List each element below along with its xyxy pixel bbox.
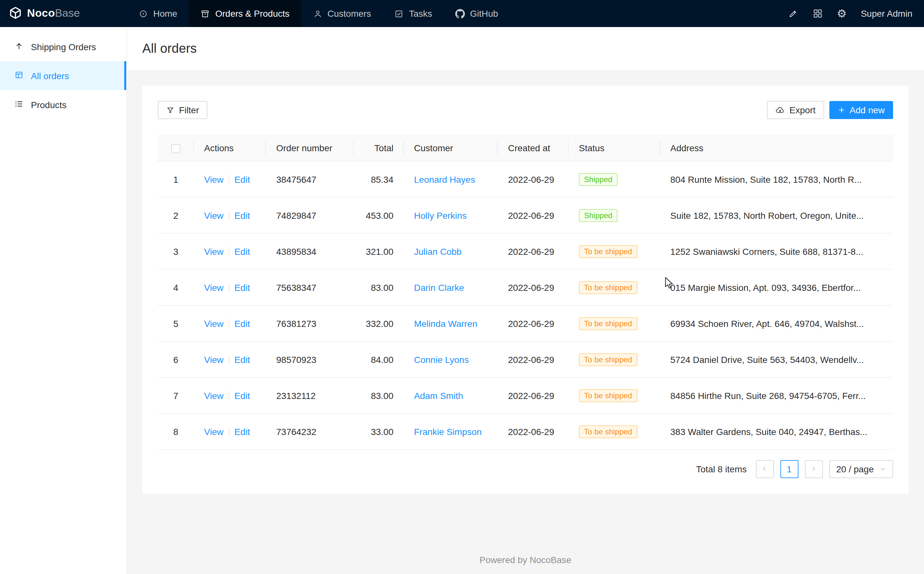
- customer-link[interactable]: Melinda Warren: [414, 318, 477, 328]
- sidebar-item-shipping-orders[interactable]: Shipping Orders: [0, 32, 126, 61]
- nav-item-orders-products[interactable]: Orders & Products: [189, 0, 301, 27]
- view-link[interactable]: View: [204, 426, 223, 437]
- export-button[interactable]: Export: [767, 101, 824, 119]
- status-badge: To be shipped: [579, 389, 637, 402]
- header-actions: Actions: [194, 142, 266, 153]
- edit-link[interactable]: Edit: [234, 354, 250, 364]
- customer-link[interactable]: Julian Cobb: [414, 246, 462, 256]
- row-actions: ViewEdit: [194, 426, 266, 437]
- edit-link[interactable]: Edit: [234, 318, 250, 328]
- view-link[interactable]: View: [204, 210, 223, 221]
- add-new-button-label: Add new: [850, 105, 885, 115]
- edit-link[interactable]: Edit: [234, 390, 250, 401]
- pagination-prev-button[interactable]: [756, 460, 774, 478]
- edit-link[interactable]: Edit: [234, 282, 250, 292]
- status-cell: Shipped: [569, 173, 660, 186]
- sidebar-item-all-orders[interactable]: All orders: [0, 61, 126, 90]
- row-actions: ViewEdit: [194, 354, 266, 364]
- nav-item-label: Customers: [327, 8, 371, 19]
- table-header-row: Actions Order number Total Customer Crea…: [158, 134, 893, 161]
- sidebar-item-products[interactable]: Products: [0, 90, 126, 119]
- sidebar: Shipping Orders All orders Products: [0, 27, 127, 574]
- row-index: 6: [158, 354, 194, 364]
- view-link[interactable]: View: [204, 354, 223, 364]
- created-at-cell: 2022-06-29: [498, 318, 569, 328]
- customer-cell: Connie Lyons: [404, 354, 498, 364]
- address-cell: 383 Walter Gardens, Suite 040, 24947, Be…: [660, 426, 893, 437]
- select-all-checkbox[interactable]: [171, 144, 180, 153]
- action-divider: [229, 391, 229, 400]
- user-menu[interactable]: Super Admin: [861, 8, 912, 19]
- page-header: All orders: [127, 27, 924, 70]
- customer-link[interactable]: Frankie Simpson: [414, 426, 482, 437]
- customer-link[interactable]: Holly Perkins: [414, 210, 466, 221]
- order-number-cell: 73764232: [266, 426, 354, 437]
- blocks-icon[interactable]: [812, 8, 823, 19]
- row-index: 7: [158, 390, 194, 401]
- customer-link[interactable]: Connie Lyons: [414, 354, 469, 364]
- settings-gear-icon[interactable]: ⚙: [837, 8, 847, 19]
- view-link[interactable]: View: [204, 174, 223, 184]
- action-divider: [229, 283, 229, 292]
- status-badge: Shipped: [579, 209, 618, 222]
- view-link[interactable]: View: [204, 282, 223, 292]
- address-cell: 84856 Hirthe Run, Suite 268, 94754-6705,…: [660, 390, 893, 401]
- order-number-cell: 43895834: [266, 246, 354, 256]
- nav-item-customers[interactable]: Customers: [301, 0, 382, 27]
- filter-button[interactable]: Filter: [158, 101, 207, 119]
- nav-item-label: Home: [153, 8, 177, 19]
- table-row: 7 ViewEdit 23132112 83.00 Adam Smith: [158, 378, 893, 414]
- edit-link[interactable]: Edit: [234, 210, 250, 221]
- tasks-icon: [394, 9, 404, 18]
- add-new-button[interactable]: Add new: [829, 101, 893, 119]
- topbar: NocoBase Home Orders & Products: [0, 0, 924, 27]
- customer-link[interactable]: Adam Smith: [414, 390, 463, 401]
- total-cell: 453.00: [354, 210, 404, 221]
- created-at-cell: 2022-06-29: [498, 246, 569, 256]
- row-index: 4: [158, 282, 194, 292]
- app: NocoBase Home Orders & Products: [0, 0, 924, 574]
- customer-cell: Adam Smith: [404, 390, 498, 401]
- view-link[interactable]: View: [204, 246, 223, 256]
- action-divider: [229, 247, 229, 256]
- plus-icon: [837, 106, 845, 114]
- customer-cell: Holly Perkins: [404, 210, 498, 221]
- address-cell: Suite 182, 15783, North Robert, Oregon, …: [660, 210, 893, 221]
- export-button-label: Export: [790, 105, 815, 115]
- page-size-value: 20 / page: [836, 464, 874, 474]
- brand[interactable]: NocoBase: [0, 0, 127, 27]
- created-at-cell: 2022-06-29: [498, 282, 569, 292]
- highlighter-icon[interactable]: [788, 8, 798, 19]
- header-total: Total: [354, 142, 404, 153]
- status-cell: To be shipped: [569, 245, 660, 258]
- total-cell: 83.00: [354, 282, 404, 292]
- customer-link[interactable]: Leonard Hayes: [414, 174, 475, 184]
- customer-cell: Darin Clarke: [404, 282, 498, 292]
- nav-item-github[interactable]: GitHub: [444, 0, 510, 27]
- table-row: 2 ViewEdit 74829847 453.00 Holly Perkins: [158, 197, 893, 233]
- row-index: 2: [158, 210, 194, 221]
- customer-link[interactable]: Darin Clarke: [414, 282, 464, 292]
- page-size-select[interactable]: 20 / page: [829, 460, 893, 478]
- page-title: All orders: [142, 41, 908, 56]
- cloud-export-icon: [775, 105, 785, 115]
- edit-link[interactable]: Edit: [234, 174, 250, 184]
- pagination-next-button[interactable]: [804, 460, 823, 478]
- brand-name-bold: Noco: [27, 7, 55, 19]
- nocobase-logo-icon: [9, 6, 22, 21]
- nav-item-home[interactable]: Home: [127, 0, 189, 27]
- table-row: 3 ViewEdit 43895834 321.00 Julian Cobb: [158, 233, 893, 270]
- sidebar-item-label: Products: [31, 99, 66, 110]
- edit-link[interactable]: Edit: [234, 426, 250, 437]
- action-divider: [229, 319, 229, 328]
- page-footer: Powered by NocoBase: [127, 543, 924, 574]
- nav-item-tasks[interactable]: Tasks: [382, 0, 444, 27]
- view-link[interactable]: View: [204, 318, 223, 328]
- edit-link[interactable]: Edit: [234, 246, 250, 256]
- table-row: 6 ViewEdit 98570923 84.00 Connie Lyons: [158, 342, 893, 378]
- table-row: 5 ViewEdit 76381273 332.00 Melinda Warre…: [158, 306, 893, 342]
- view-link[interactable]: View: [204, 390, 223, 401]
- order-number-cell: 76381273: [266, 318, 354, 328]
- row-actions: ViewEdit: [194, 390, 266, 401]
- pagination-page-1[interactable]: 1: [780, 460, 798, 478]
